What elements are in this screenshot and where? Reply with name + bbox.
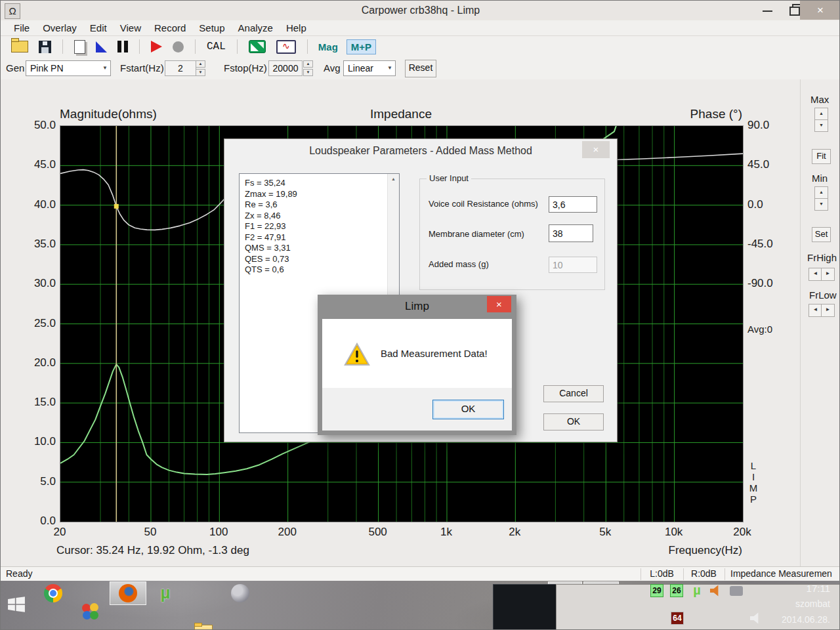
alert-body: Bad Measurement Data!	[322, 319, 512, 388]
fstop-stepper[interactable]: ▲ ▼	[303, 60, 313, 76]
tray-gray-icon[interactable]	[730, 584, 743, 597]
y-right-tick-label: 90.0	[747, 119, 769, 132]
menu-setup[interactable]: Setup	[192, 20, 231, 35]
max-label: Max	[810, 94, 829, 105]
frhigh-left-button[interactable]: ◄	[808, 268, 822, 281]
y-right-tick-label: -90.0	[747, 277, 773, 290]
frlow-left-button[interactable]: ◄	[808, 304, 822, 317]
open-folder-icon	[11, 41, 28, 52]
record-circle-icon	[173, 41, 184, 52]
chrome-icon[interactable]	[44, 584, 62, 602]
x-tick-label: 20	[40, 526, 79, 539]
status-left-level: L:0dB	[640, 568, 683, 579]
group-title: User Input	[427, 173, 471, 183]
parameter-line: Fs = 35,24	[245, 178, 385, 189]
menu-edit[interactable]: Edit	[83, 20, 114, 35]
x-tick-label: 10k	[654, 526, 694, 539]
step-up-icon[interactable]: ▲	[196, 60, 205, 68]
generator-type-select[interactable]: Pink PN ▼	[26, 60, 111, 76]
frhigh-right-button[interactable]: ►	[821, 268, 835, 281]
frhigh-label: FrHigh	[807, 252, 837, 263]
max-down-button[interactable]: ▼	[814, 119, 828, 132]
minimize-button[interactable]	[755, 1, 780, 20]
menu-analyze[interactable]: Analyze	[232, 20, 280, 35]
fstart-label: Fstart(Hz)	[120, 62, 164, 74]
y-left-tick-label: 35.0	[3, 238, 56, 251]
average-count-readout: Avg:0	[747, 324, 772, 335]
tray-temp-badge-29[interactable]: 29	[650, 584, 663, 597]
x-axis-title: Frequency(Hz)	[611, 544, 742, 557]
frlow-right-button[interactable]: ►	[821, 304, 835, 317]
parameter-line: Zmax = 19,89	[245, 189, 385, 200]
alert-close-button[interactable]: ×	[487, 296, 511, 312]
x-tick-label: 1k	[427, 526, 466, 539]
min-up-button[interactable]: ▲	[814, 186, 828, 199]
menu-bar: File Overlay Edit View Record Setup Anal…	[1, 20, 840, 36]
close-button[interactable]: ×	[800, 1, 840, 20]
chart-icon	[249, 40, 266, 53]
marker-button[interactable]	[96, 41, 107, 52]
play-icon	[151, 41, 162, 52]
generator-button[interactable]: ∿	[276, 40, 296, 54]
save-button[interactable]	[39, 41, 51, 53]
min-down-button[interactable]: ▼	[814, 198, 828, 211]
firefox-icon[interactable]	[119, 584, 137, 602]
taskbar: µ K C Ω 29 26 µ 64 ✓ × 17:11 szombat 201…	[1, 581, 840, 630]
set-button[interactable]: Set	[812, 227, 831, 242]
menu-view[interactable]: View	[114, 20, 148, 35]
mag-view-button[interactable]: Mag	[318, 41, 338, 52]
copy-button[interactable]	[74, 40, 85, 54]
y-left-tick-label: 45.0	[3, 158, 56, 171]
tray-temp-badge-26[interactable]: 26	[670, 584, 683, 597]
averaging-select[interactable]: Linear ▼	[343, 60, 396, 76]
parameter-line: F2 = 47,91	[245, 232, 385, 243]
record-button[interactable]	[173, 41, 184, 52]
title-bar: Ω Carpower crb38hq - Limp ×	[1, 1, 840, 21]
open-file-button[interactable]	[11, 41, 28, 52]
menu-record[interactable]: Record	[148, 20, 192, 35]
spectrum-view-button[interactable]	[249, 40, 266, 53]
x-tick-label: 5k	[585, 526, 625, 539]
status-mode: Impedance Measuremen	[730, 568, 832, 579]
parameters-text: Fs = 35,24Zmax = 19,89Re = 3,6Zx = 8,46F…	[245, 178, 385, 276]
step-down-icon[interactable]: ▼	[196, 69, 205, 76]
fstart-stepper[interactable]: ▲ ▼	[196, 60, 205, 76]
fstop-input[interactable]: 20000	[268, 60, 303, 76]
menu-overlay[interactable]: Overlay	[36, 20, 83, 35]
fit-button[interactable]: Fit	[812, 149, 831, 164]
menu-file[interactable]: File	[7, 20, 36, 35]
file-explorer-icon[interactable]	[194, 621, 212, 630]
alert-ok-button[interactable]: OK	[432, 400, 504, 419]
user-input-group: User Input Voice coil Resistance (ohms) …	[419, 178, 605, 290]
menu-help[interactable]: Help	[280, 20, 313, 35]
x-tick-label: 100	[199, 526, 238, 539]
parameter-line: QMS = 3,31	[245, 243, 385, 254]
pause-button[interactable]	[117, 41, 128, 52]
gen-label: Gen	[6, 62, 24, 74]
calibrate-button[interactable]: CAL	[207, 41, 226, 52]
voice-coil-resistance-input[interactable]	[549, 196, 597, 213]
tray-utorrent-icon[interactable]: µ	[690, 584, 704, 597]
utorrent-icon[interactable]: µ	[156, 584, 175, 602]
dialog-close-button[interactable]: ×	[582, 141, 610, 158]
play-button[interactable]	[151, 41, 162, 52]
scroll-up-icon[interactable]: ▲	[388, 174, 399, 185]
max-up-button[interactable]: ▲	[814, 108, 828, 120]
reset-button[interactable]: Reset	[405, 60, 436, 77]
tray-aida64-icon[interactable]: 64	[671, 612, 684, 625]
game-launcher-icon[interactable]	[81, 602, 100, 621]
x-tick-label: 500	[358, 526, 398, 539]
voice-coil-resistance-label: Voice coil Resistance (ohms)	[429, 199, 538, 209]
dialog-ok-button[interactable]: OK	[543, 413, 604, 430]
mag-phase-view-button[interactable]: M+P	[346, 39, 376, 54]
cancel-button[interactable]: Cancel	[543, 385, 604, 402]
clock-time[interactable]: 17:11	[807, 583, 830, 594]
start-button[interactable]	[7, 595, 26, 614]
audio-app-icon[interactable]	[231, 584, 249, 602]
x-tick-label: 2k	[495, 526, 534, 539]
minimize-icon	[763, 10, 772, 12]
parameter-line: QES = 0,73	[245, 254, 385, 265]
y-left-tick-label: 40.0	[3, 198, 56, 211]
membrane-diameter-input[interactable]	[549, 224, 593, 242]
fstart-input[interactable]: 2	[165, 60, 196, 76]
